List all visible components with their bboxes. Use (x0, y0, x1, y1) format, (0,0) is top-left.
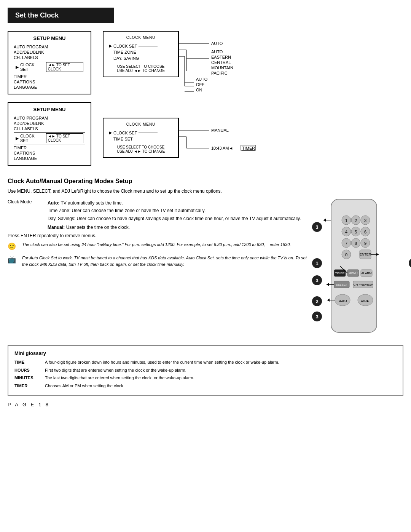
glossary-desc-timer: Chooses AM or PM when setting the clock. (45, 383, 124, 389)
cm-manual-use-select: USE SELECT TO CHOOSE USE ADJ ◄► TO CHANG… (109, 145, 173, 153)
cm-auto-clock-set: ▶CLOCK SET (109, 43, 173, 49)
setup-menu-auto: SETUP MENU AUTO PROGRAM ADD/DEL/BLNK CH.… (8, 31, 91, 94)
svg-text:EASTERN: EASTERN (211, 55, 231, 59)
svg-text:1: 1 (345, 218, 347, 223)
menu-auto-program-2: AUTO PROGRAM (14, 115, 85, 121)
menu-add-del-2: ADD/DEL/BLNK (14, 121, 85, 126)
clock-menu-auto-title: CLOCK MENU (109, 35, 173, 40)
page-header: Set the Clock (8, 8, 114, 23)
setup-menu-title-2: SETUP MENU (14, 107, 85, 112)
auto-desc: TV automatically sets the time. (61, 200, 123, 206)
to-set-clock-1: ◄► TO SET CLOCK (46, 62, 83, 72)
svg-text:AUTO: AUTO (211, 41, 223, 46)
step-4: 4 (409, 258, 411, 268)
menu-captions-1: CAPTIONS (14, 79, 85, 85)
clock-menu-manual: CLOCK MENU ▶CLOCK SET TIME SET USE SELEC… (103, 118, 179, 158)
svg-text:8: 8 (355, 241, 357, 246)
svg-text:MOUNTAIN: MOUNTAIN (211, 66, 233, 70)
svg-marker-73 (327, 299, 330, 302)
svg-text:◄ADJ: ◄ADJ (338, 299, 347, 303)
manual-desc: Manual: User sets the time on the clock. (48, 225, 312, 230)
day-savings-desc: Day. Savings: User can choose to have da… (48, 215, 301, 222)
note-1: 🙂 The clock can also be set using 24 hou… (8, 241, 312, 252)
svg-text:TIMER: TIMER (242, 146, 255, 150)
svg-text:3: 3 (364, 218, 366, 223)
svg-text:ON: ON (196, 88, 202, 92)
step-3-top: 3 (312, 222, 322, 232)
setup-menu-manual: SETUP MENU AUTO PROGRAM ADD/DEL/BLNK CH.… (8, 102, 91, 166)
menu-language-2: LANGUAGE (14, 156, 85, 161)
mini-glossary: Mini glossary TIME A four-digit figure b… (8, 345, 403, 396)
glossary-term-hours: HOURS (14, 367, 37, 374)
manual-desc-text: User sets the time on the clock. (66, 225, 130, 230)
svg-text:0: 0 (345, 252, 347, 257)
clock-set-label-2: CLOCK SET (20, 134, 42, 143)
note2-text: For Auto Clock Set to work, TV must be t… (22, 255, 312, 267)
glossary-desc-hours: First two digits that are entered when s… (45, 367, 186, 374)
glossary-row-timer: TIMER Chooses AM or PM when setting the … (14, 383, 397, 389)
note-2: 📺 For Auto Clock Set to work, TV must be… (8, 255, 312, 267)
step-1: 1 (312, 258, 322, 268)
step-3-mid: 3 (312, 275, 322, 285)
glossary-term-time: TIME (14, 359, 37, 366)
clock-set-label-1: CLOCK SET (20, 62, 42, 72)
note2-icon: 📺 (8, 255, 18, 265)
svg-text:ADJ►: ADJ► (361, 299, 370, 303)
menu-ch-labels-2: CH. LABELS (14, 126, 85, 131)
svg-text:SELECT: SELECT (336, 283, 347, 286)
manual-label: Manual: (48, 225, 65, 230)
svg-text:6: 6 (364, 230, 366, 234)
arrow-2: ▶ (16, 136, 19, 141)
svg-text:4: 4 (345, 230, 347, 234)
glossary-term-minutes: MINUTES (14, 375, 37, 381)
menu-captions-2: CAPTIONS (14, 150, 85, 156)
press-enter: Press ENTER repeatedly to remove menus. (8, 233, 312, 238)
step-2: 2 (312, 296, 322, 306)
remote-svg: 1 2 3 4 5 6 7 8 9 0 (320, 199, 388, 336)
menu-add-del: ADD/DEL/BLNK (14, 50, 85, 55)
cm-manual-time-set: TIME SET (113, 136, 173, 142)
svg-marker-66 (323, 219, 326, 222)
glossary-term-timer: TIMER (14, 383, 37, 389)
page-number: P A G E 1 8 (8, 402, 403, 407)
svg-marker-68 (376, 253, 379, 256)
menu-language-1: LANGUAGE (14, 85, 85, 90)
svg-text:CH PREVIEW: CH PREVIEW (354, 283, 373, 286)
glossary-desc-minutes: The last two digits that are entered whe… (45, 375, 194, 381)
cm-auto-timezone: TIME ZONE (113, 49, 173, 55)
auto-label: Auto: (48, 200, 59, 206)
svg-text:2: 2 (355, 218, 357, 223)
svg-text:AUTO: AUTO (211, 50, 223, 54)
svg-text:5: 5 (355, 230, 357, 234)
menu-timer-2: TIMER (14, 145, 85, 150)
glossary-row-time: TIME A four-digit figure broken down int… (14, 359, 397, 366)
to-set-clock-2: ◄► TO SET CLOCK (46, 133, 83, 143)
content-with-remote: Clock Mode Auto: TV automatically sets t… (8, 199, 403, 337)
clock-set-row-2: ▶ CLOCK SET ◄► TO SET CLOCK (14, 132, 85, 144)
cm-manual-clock-set: ▶CLOCK SET (109, 129, 173, 136)
clock-mode-desc: Auto: TV automatically sets the time. Ti… (48, 199, 301, 222)
svg-text:CENTRAL: CENTRAL (211, 60, 231, 65)
timezone-desc: Time Zone: User can choose the time zone… (48, 207, 301, 214)
svg-text:AUTO: AUTO (196, 77, 208, 81)
section-desc: Use MENU, SELECT, and ADJ Left/Right to … (8, 188, 403, 195)
clock-menu-auto: CLOCK MENU ▶CLOCK SET TIME ZONE DAY. SAV… (103, 31, 179, 77)
menu-auto-program: AUTO PROGRAM (14, 44, 85, 50)
svg-text:MENU: MENU (349, 272, 358, 275)
auto-connector-lines: AUTO AUTO EASTERN CENTRAL MOUNTAIN PACIF… (179, 37, 293, 105)
svg-text:OFF: OFF (196, 82, 204, 87)
mini-glossary-title: Mini glossary (14, 350, 397, 356)
svg-text:MANUAL: MANUAL (211, 128, 229, 133)
clock-menu-manual-title: CLOCK MENU (109, 122, 173, 126)
arrow-1: ▶ (16, 65, 19, 70)
cm-auto-day-saving: DAY. SAVING (113, 55, 173, 61)
menu-ch-labels: CH. LABELS (14, 55, 85, 60)
glossary-row-hours: HOURS First two digits that are entered … (14, 367, 397, 374)
glossary-row-minutes: MINUTES The last two digits that are ent… (14, 375, 397, 381)
clock-set-row-1: ▶ CLOCK SET ◄► TO SET CLOCK (14, 61, 85, 73)
svg-text:7: 7 (345, 241, 347, 246)
section-title: Clock Auto/Manual Operating Modes Setup (8, 178, 403, 185)
menu-timer-1: TIMER (14, 74, 85, 79)
note1-text: The clock can also be set using 24 hour … (22, 241, 291, 248)
svg-text:10:43  AM◄: 10:43 AM◄ (211, 146, 233, 150)
